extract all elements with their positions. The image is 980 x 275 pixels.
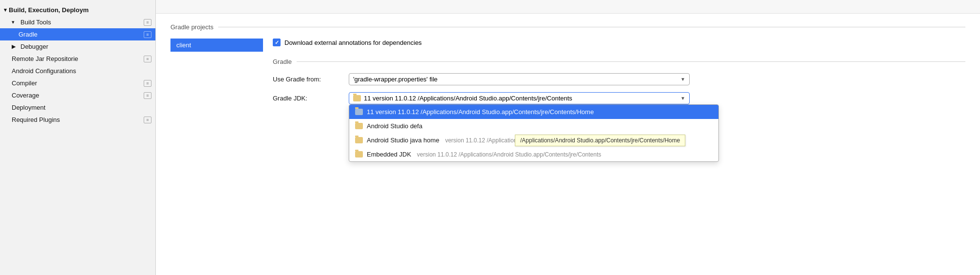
sidebar-item-label: Debugger (20, 43, 48, 50)
settings-icon: ≡ (144, 92, 151, 99)
projects-section: client Download external annotations for… (170, 39, 965, 111)
settings-icon: ≡ (144, 31, 151, 38)
main-content: Gradle projects client Download external… (156, 0, 980, 275)
sidebar-item-build-tools[interactable]: ▾ Build Tools ≡ (0, 16, 155, 28)
settings-panel: Download external annotations for depend… (273, 39, 965, 111)
jdk-item-label: 11 version 11.0.12 /Applications/Android… (367, 108, 594, 116)
jdk-dropdown-item-1[interactable]: Android Studio defa /Applications/Androi… (349, 119, 718, 133)
jdk-dropdown-item-3[interactable]: Embedded JDK version 11.0.12 /Applicatio… (349, 147, 718, 161)
expand-arrow-icon: ▶ (12, 43, 19, 50)
main-container: ▾ Build, Execution, Deploym ▾ Build Tool… (0, 0, 980, 275)
folder-icon (355, 109, 363, 115)
sidebar-item-label: Compiler (12, 79, 37, 87)
sidebar: ▾ Build, Execution, Deploym ▾ Build Tool… (0, 0, 156, 275)
top-bar (156, 0, 980, 14)
sidebar-item-remote-jar[interactable]: Remote Jar Repositorie ≡ (0, 53, 155, 65)
gradle-section-title: Gradle (273, 58, 965, 65)
sidebar-item-compiler[interactable]: Compiler ≡ (0, 77, 155, 89)
sidebar-item-label: Coverage (12, 92, 39, 99)
gradle-jdk-value: 11 version 11.0.12 /Applications/Android… (364, 95, 572, 102)
jdk-item-label: Embedded JDK (367, 151, 411, 158)
gradle-jdk-dropdown-list: 11 version 11.0.12 /Applications/Android… (349, 104, 719, 162)
sidebar-item-gradle[interactable]: Gradle ≡ (0, 28, 155, 40)
expand-arrow-icon: ▾ (4, 7, 7, 13)
sidebar-item-label: Required Plugins (12, 116, 60, 123)
jdk-item-label: Android Studio defa (367, 122, 422, 130)
project-name: client (176, 41, 191, 49)
tooltip: /Applications/Android Studio.app/Content… (515, 135, 685, 146)
content-area: Gradle projects client Download external… (156, 14, 980, 131)
download-annotations-label: Download external annotations for depend… (284, 39, 422, 46)
gradle-jdk-control: 11 version 11.0.12 /Applications/Android… (349, 92, 690, 104)
sidebar-item-build-execution[interactable]: ▾ Build, Execution, Deploym (0, 4, 155, 16)
projects-list: client (170, 39, 263, 52)
gradle-projects-section-title: Gradle projects (170, 23, 965, 31)
sidebar-item-label: Gradle (19, 31, 38, 38)
sidebar-item-label: Android Configurations (12, 67, 76, 75)
use-gradle-row: Use Gradle from: 'gradle-wrapper.propert… (273, 73, 965, 85)
sidebar-item-label: Remote Jar Repositorie (12, 55, 78, 62)
section-title-text: Gradle projects (170, 23, 213, 31)
folder-icon (355, 137, 363, 143)
expand-arrow-icon: ▾ (12, 19, 19, 25)
sidebar-item-coverage[interactable]: Coverage ≡ (0, 89, 155, 101)
use-gradle-label: Use Gradle from: (273, 76, 341, 83)
sidebar-item-label: Build, Execution, Deploym (9, 6, 89, 14)
folder-icon (355, 123, 363, 129)
jdk-item-label: Android Studio java home (367, 137, 439, 144)
settings-icon: ≡ (144, 19, 151, 26)
download-annotations-row: Download external annotations for depend… (273, 39, 965, 46)
gradle-jdk-dropdown[interactable]: 11 version 11.0.12 /Applications/Android… (349, 92, 690, 104)
sidebar-item-debugger[interactable]: ▶ Debugger (0, 40, 155, 53)
use-gradle-control: 'gradle-wrapper.properties' file ▼ (349, 73, 690, 85)
use-gradle-dropdown[interactable]: 'gradle-wrapper.properties' file ▼ (349, 73, 690, 85)
folder-icon (353, 95, 361, 101)
download-annotations-checkbox[interactable] (273, 39, 281, 46)
sidebar-item-android-configurations[interactable]: Android Configurations (0, 65, 155, 77)
gradle-jdk-row: Gradle JDK: 11 version 11.0.12 /Applicat… (273, 92, 965, 104)
jdk-dropdown-item-0[interactable]: 11 version 11.0.12 /Applications/Android… (349, 105, 718, 119)
settings-icon: ≡ (144, 56, 151, 62)
folder-icon (355, 151, 363, 157)
settings-icon: ≡ (144, 117, 151, 123)
dropdown-arrow-icon: ▼ (680, 77, 685, 82)
use-gradle-value: 'gradle-wrapper.properties' file (353, 76, 437, 83)
sidebar-item-label: Deployment (12, 104, 45, 111)
gradle-section: Gradle Use Gradle from: 'gradle-wrapper.… (273, 58, 965, 104)
sidebar-item-deployment[interactable]: Deployment (0, 101, 155, 114)
tooltip-text: /Applications/Android Studio.app/Content… (520, 137, 680, 144)
gradle-label: Gradle (273, 58, 292, 65)
project-list-item[interactable]: client (170, 39, 263, 52)
settings-icon: ≡ (144, 80, 151, 87)
sidebar-item-label: Build Tools (20, 19, 51, 26)
jdk-item-detail: version 11.0.12 /Applications/Android St… (417, 151, 601, 158)
dropdown-arrow-icon: ▼ (680, 96, 685, 101)
gradle-jdk-label: Gradle JDK: (273, 95, 341, 102)
sidebar-item-required-plugins[interactable]: Required Plugins ≡ (0, 114, 155, 126)
